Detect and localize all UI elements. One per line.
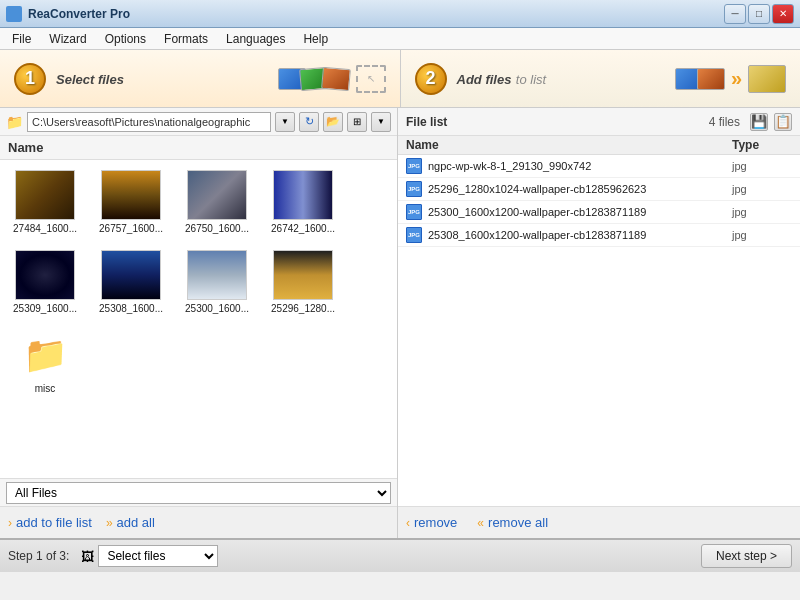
- filelist-items: JPG ngpc-wp-wk-8-1_29130_990x742 jpg JPG…: [398, 155, 800, 506]
- title-bar-left: ReaConverter Pro: [6, 6, 130, 22]
- maximize-button[interactable]: □: [748, 4, 770, 24]
- folder-label: misc: [35, 383, 56, 394]
- file-label: 25309_1600...: [13, 303, 77, 314]
- double-arrow-icon: »: [731, 67, 742, 90]
- menu-wizard[interactable]: Wizard: [41, 30, 94, 48]
- path-bar: 📁 ▼ ↻ 📂 ⊞ ▼: [0, 108, 397, 136]
- remove-all-label: remove all: [488, 515, 548, 530]
- table-row[interactable]: JPG ngpc-wp-wk-8-1_29130_990x742 jpg: [398, 155, 800, 178]
- filelist-title: File list: [406, 115, 703, 129]
- menu-help[interactable]: Help: [295, 30, 336, 48]
- jpg-icon: JPG: [406, 227, 422, 243]
- menu-bar: File Wizard Options Formats Languages He…: [0, 28, 800, 50]
- minimize-button[interactable]: ─: [724, 4, 746, 24]
- table-row[interactable]: JPG 25300_1600x1200-wallpaper-cb12838711…: [398, 201, 800, 224]
- step2-icons: »: [675, 65, 786, 93]
- remove-bar: ‹ remove « remove all: [398, 506, 800, 538]
- step-combo[interactable]: Select files: [98, 545, 218, 567]
- view-dropdown-btn[interactable]: ▼: [371, 112, 391, 132]
- path-dropdown-btn[interactable]: ▼: [275, 112, 295, 132]
- file-label: 26750_1600...: [185, 223, 249, 234]
- col-name-header: Name: [406, 138, 732, 152]
- list-item[interactable]: 27484_1600...: [10, 170, 80, 234]
- file-type: jpg: [732, 183, 792, 195]
- add-bar: › add to file list » add all: [0, 506, 397, 538]
- list-item[interactable]: 25300_1600...: [182, 250, 252, 314]
- step1-circle: 1: [14, 63, 46, 95]
- table-row[interactable]: JPG 25308_1600x1200-wallpaper-cb12838711…: [398, 224, 800, 247]
- browse-icon: 📂: [326, 115, 340, 128]
- file-name: 25308_1600x1200-wallpaper-cb1283871189: [428, 229, 726, 241]
- list-item[interactable]: 25308_1600...: [96, 250, 166, 314]
- list-card: [748, 65, 786, 93]
- file-type: jpg: [732, 229, 792, 241]
- step1-label-bold: Select files: [56, 72, 124, 87]
- file-name: 25296_1280x1024-wallpaper-cb1285962623: [428, 183, 726, 195]
- filter-select[interactable]: All Files: [6, 482, 391, 504]
- list-item[interactable]: 25296_1280...: [268, 250, 338, 314]
- jpg-icon: JPG: [406, 204, 422, 220]
- table-row[interactable]: JPG 25296_1280x1024-wallpaper-cb12859626…: [398, 178, 800, 201]
- list-item[interactable]: 25309_1600...: [10, 250, 80, 314]
- view-icon: ⊞: [353, 116, 361, 127]
- file-thumbnail: [273, 250, 333, 300]
- right-panel: File list 4 files 💾 📋 Name Type JPG ngpc…: [398, 108, 800, 538]
- add-all-button[interactable]: » add all: [106, 515, 155, 530]
- filelist-load-btn[interactable]: 📋: [774, 113, 792, 131]
- browse-btn[interactable]: 📂: [323, 112, 343, 132]
- step1-panel: 1 Select files ↖: [0, 50, 401, 107]
- refresh-btn[interactable]: ↻: [299, 112, 319, 132]
- remove-arrow-icon: ‹: [406, 516, 410, 530]
- file-thumbnail: [101, 170, 161, 220]
- col-type-header: Type: [732, 138, 792, 152]
- filelist-count: 4 files: [709, 115, 740, 129]
- dashed-frame: ↖: [356, 65, 386, 93]
- left-panel: 📁 ▼ ↻ 📂 ⊞ ▼ Name 27484_1600... 26757_160…: [0, 108, 398, 538]
- load-icon: 📋: [775, 114, 791, 129]
- file-label: 26742_1600...: [271, 223, 335, 234]
- add-to-list-label: add to file list: [16, 515, 92, 530]
- step2-panel: 2 Add files to list »: [401, 50, 801, 107]
- next-step-button[interactable]: Next step >: [701, 544, 792, 568]
- left-col-header: Name: [0, 136, 397, 160]
- add-arrow-icon: ›: [8, 516, 12, 530]
- view-btn[interactable]: ⊞: [347, 112, 367, 132]
- menu-file[interactable]: File: [4, 30, 39, 48]
- list-item[interactable]: 26742_1600...: [268, 170, 338, 234]
- file-thumbnail: [15, 170, 75, 220]
- list-item[interactable]: 26750_1600...: [182, 170, 252, 234]
- menu-formats[interactable]: Formats: [156, 30, 216, 48]
- file-thumbnail: [15, 250, 75, 300]
- filelist-header: File list 4 files 💾 📋: [398, 108, 800, 136]
- step2-card2: [697, 68, 725, 90]
- file-thumbnail: [101, 250, 161, 300]
- app-title: ReaConverter Pro: [28, 7, 130, 21]
- folder-item[interactable]: 📁 misc: [10, 330, 80, 394]
- remove-all-button[interactable]: « remove all: [477, 515, 548, 530]
- folder-icon: 📁: [6, 114, 23, 130]
- add-to-list-button[interactable]: › add to file list: [8, 515, 92, 530]
- remove-label: remove: [414, 515, 457, 530]
- app-icon: [6, 6, 22, 22]
- step2-label-rest: to list: [516, 72, 546, 87]
- list-item[interactable]: 26757_1600...: [96, 170, 166, 234]
- folder-thumb: 📁: [15, 330, 75, 380]
- view-dropdown-arrow-icon: ▼: [377, 117, 385, 126]
- step2-label-bold: Add files: [457, 72, 512, 87]
- path-input[interactable]: [27, 112, 271, 132]
- status-bar: Step 1 of 3: 🖼 Select files Next step >: [0, 538, 800, 572]
- step1-icons: ↖: [278, 65, 386, 93]
- menu-options[interactable]: Options: [97, 30, 154, 48]
- close-button[interactable]: ✕: [772, 4, 794, 24]
- filelist-save-btn[interactable]: 💾: [750, 113, 768, 131]
- jpg-icon: JPG: [406, 181, 422, 197]
- remove-button[interactable]: ‹ remove: [406, 515, 457, 530]
- step2-title: Add files to list: [457, 70, 547, 88]
- file-type: jpg: [732, 206, 792, 218]
- file-label: 25296_1280...: [271, 303, 335, 314]
- file-label: 27484_1600...: [13, 223, 77, 234]
- step1-card3: [321, 66, 351, 90]
- remove-all-arrow-icon: «: [477, 516, 484, 530]
- file-name: 25300_1600x1200-wallpaper-cb1283871189: [428, 206, 726, 218]
- menu-languages[interactable]: Languages: [218, 30, 293, 48]
